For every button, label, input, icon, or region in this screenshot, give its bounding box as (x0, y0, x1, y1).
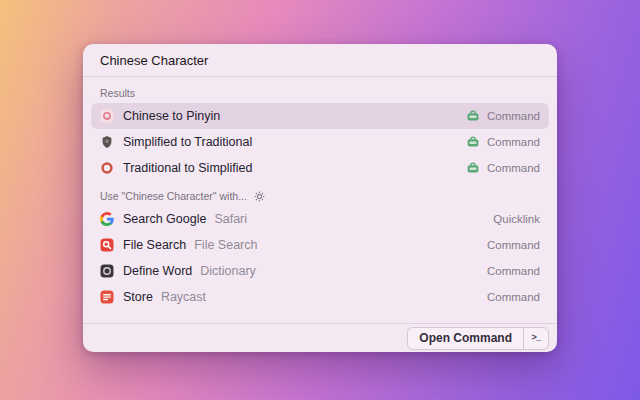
item-type-badge: Command (487, 136, 540, 148)
search-input[interactable]: Chinese Character (100, 53, 208, 68)
gear-icon[interactable] (254, 191, 265, 202)
list-item[interactable]: Search Google Safari Quicklink (91, 206, 549, 232)
item-subtitle: Dictionary (200, 264, 256, 278)
item-subtitle: File Search (194, 238, 257, 252)
search-bar[interactable]: Chinese Character (83, 44, 557, 77)
store-icon (100, 290, 114, 304)
list-item[interactable]: File Search File Search Command (91, 232, 549, 258)
green-extension-icon (466, 109, 480, 123)
item-type-badge: Command (487, 239, 540, 251)
list-item[interactable]: Traditional to Simplified Command (91, 155, 549, 181)
dictionary-icon (100, 264, 114, 278)
item-title: Chinese to Pinyin (123, 109, 220, 123)
terminal-prompt-key-icon: >_ (523, 328, 548, 349)
green-extension-icon (466, 135, 480, 149)
section-title: Results (100, 87, 135, 99)
item-type-badge: Quicklink (493, 213, 540, 225)
item-title: Store (123, 290, 153, 304)
results-list: Results Chinese to Pinyin Command (83, 77, 557, 323)
list-item[interactable]: Store Raycast Command (91, 284, 549, 310)
item-type-badge: Command (487, 291, 540, 303)
section-title: Use "Chinese Character" with... (100, 190, 247, 202)
green-extension-icon (466, 161, 480, 175)
item-type-badge: Command (487, 162, 540, 174)
item-title: File Search (123, 238, 186, 252)
section-header-use-with: Use "Chinese Character" with... (100, 190, 540, 202)
item-type-badge: Command (487, 265, 540, 277)
red-ring-icon (100, 161, 114, 175)
desktop-background: Chinese Character Results Chinese to Pin… (0, 0, 640, 400)
item-type-badge: Command (487, 110, 540, 122)
primary-action-group: Open Command >_ (407, 327, 549, 350)
pinyin-extension-icon (100, 109, 114, 123)
google-icon (100, 212, 114, 226)
list-item[interactable]: Simplified to Traditional Command (91, 129, 549, 155)
item-title: Simplified to Traditional (123, 135, 252, 149)
footer-bar: Open Command >_ (83, 323, 557, 352)
item-title: Define Word (123, 264, 192, 278)
list-item[interactable]: Define Word Dictionary Command (91, 258, 549, 284)
launcher-window: Chinese Character Results Chinese to Pin… (83, 44, 557, 352)
section-header-results: Results (100, 87, 540, 99)
item-title: Search Google (123, 212, 206, 226)
item-title: Traditional to Simplified (123, 161, 252, 175)
file-search-icon (100, 238, 114, 252)
item-subtitle: Safari (214, 212, 247, 226)
shield-icon (100, 135, 114, 149)
item-subtitle: Raycast (161, 290, 206, 304)
open-command-button[interactable]: Open Command (408, 328, 523, 349)
list-item[interactable]: Chinese to Pinyin Command (91, 103, 549, 129)
